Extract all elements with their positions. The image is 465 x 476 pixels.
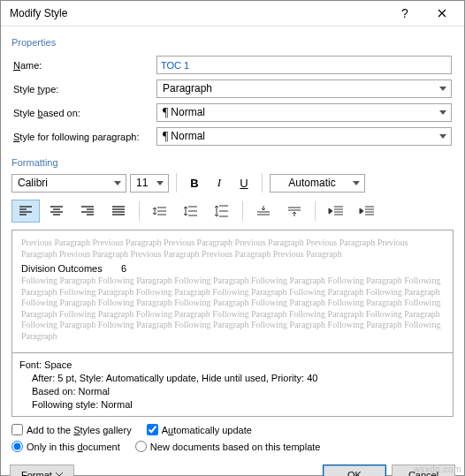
dialog-title: Modify Style <box>10 7 386 19</box>
preview-sample-value: 6 <box>121 263 126 274</box>
template-radio[interactable] <box>135 441 147 452</box>
align-left-button[interactable] <box>11 200 40 223</box>
font-color-value: Automatic <box>270 174 365 193</box>
align-center-icon <box>50 205 64 217</box>
desc-line-1: Font: Space <box>19 359 446 372</box>
auto-update-checkbox[interactable] <box>147 424 158 435</box>
separator <box>315 201 316 221</box>
modify-style-dialog: Modify Style ? Properties Name: Style ty… <box>0 0 465 476</box>
separator <box>262 173 263 193</box>
style-type-label: Style type: <box>13 84 58 94</box>
close-icon <box>438 9 446 18</box>
dialog-content: Properties Name: Style type: Paragraph S… <box>1 26 464 459</box>
titlebar: Modify Style ? <box>1 1 464 26</box>
checkbox-row: Add to the Styles gallery Automatically … <box>11 417 454 441</box>
underline-button[interactable]: U <box>233 173 255 193</box>
watermark: wsxdn.com <box>413 465 461 474</box>
font-color-select[interactable]: Automatic <box>270 174 365 193</box>
spacing-15-icon <box>183 205 199 217</box>
name-input[interactable] <box>156 56 452 74</box>
space-before-button[interactable] <box>249 200 278 223</box>
following-value: ¶Normal <box>156 127 452 146</box>
spacing-1-icon <box>152 205 168 217</box>
preview-pane: Previous Paragraph Previous Paragraph Pr… <box>11 230 454 353</box>
preview-sample-label: Division Outcomes <box>21 263 103 274</box>
space-after-icon <box>286 205 302 217</box>
based-on-select[interactable]: ¶Normal <box>156 103 452 122</box>
add-gallery-checkbox[interactable] <box>11 424 23 435</box>
line-spacing-2-button[interactable] <box>208 200 236 223</box>
properties-group-label: Properties <box>11 37 454 48</box>
formatting-group-label: Formatting <box>11 157 454 168</box>
based-on-label: Style based on: <box>13 108 80 118</box>
font-value: Calibri <box>11 174 126 193</box>
doc-only-label[interactable]: Only in this document <box>11 441 120 452</box>
separator <box>242 201 243 221</box>
spacing-2-icon <box>214 205 230 217</box>
preview-following-text: Following Paragraph Following Paragraph … <box>21 276 444 342</box>
doc-only-radio[interactable] <box>11 441 23 452</box>
radio-row: Only in this document New documents base… <box>11 441 454 454</box>
ok-button[interactable]: OK <box>323 465 386 476</box>
desc-line-3: Based on: Normal <box>19 385 446 398</box>
align-left-icon <box>19 205 33 217</box>
line-spacing-1-button[interactable] <box>146 200 174 223</box>
name-label: Name: <box>13 60 42 71</box>
template-label[interactable]: New documents based on this template <box>135 441 321 452</box>
align-right-button[interactable] <box>73 200 102 223</box>
help-button[interactable]: ? <box>386 1 423 26</box>
preview-previous-text: Previous Paragraph Previous Paragraph Pr… <box>21 238 444 260</box>
italic-button[interactable]: I <box>209 173 230 193</box>
dialog-footer: Format OK Cancel <box>1 459 464 476</box>
format-button[interactable]: Format <box>10 465 74 476</box>
space-after-button[interactable] <box>280 200 309 223</box>
formatting-toolbar: Calibri 11 B I U Automatic <box>11 173 454 193</box>
align-right-icon <box>80 205 95 217</box>
bold-button[interactable]: B <box>184 173 205 193</box>
properties-table: Name: Style type: Paragraph Style based … <box>11 53 454 148</box>
based-on-value: ¶Normal <box>156 103 452 122</box>
font-select[interactable]: Calibri <box>11 174 126 193</box>
add-gallery-label[interactable]: Add to the Styles gallery <box>11 424 132 435</box>
separator <box>139 201 140 221</box>
desc-line-2: After: 5 pt, Style: Automatically update… <box>19 372 446 385</box>
align-center-button[interactable] <box>42 200 71 223</box>
style-description: Font: Space After: 5 pt, Style: Automati… <box>11 353 454 417</box>
following-select[interactable]: ¶Normal <box>156 127 452 146</box>
separator <box>176 173 177 193</box>
outdent-icon <box>328 205 344 217</box>
increase-indent-button[interactable] <box>353 200 381 223</box>
space-before-icon <box>255 205 271 217</box>
desc-line-4: Following style: Normal <box>19 398 446 412</box>
line-spacing-1.5-button[interactable] <box>177 200 205 223</box>
chevron-down-icon <box>56 472 63 476</box>
close-button[interactable] <box>423 1 461 26</box>
decrease-indent-button[interactable] <box>322 200 350 223</box>
style-type-value: Paragraph <box>156 79 452 98</box>
following-label: Style for following paragraph: <box>13 132 139 142</box>
paragraph-toolbar <box>11 200 454 223</box>
align-justify-icon <box>111 205 126 217</box>
preview-sample: Division Outcomes 6 <box>21 263 444 274</box>
auto-update-label[interactable]: Automatically update <box>147 424 252 435</box>
indent-icon <box>359 205 375 217</box>
align-justify-button[interactable] <box>104 200 133 223</box>
font-size-select[interactable]: 11 <box>130 174 169 193</box>
style-type-select[interactable]: Paragraph <box>156 79 452 98</box>
font-size-value: 11 <box>130 174 169 193</box>
